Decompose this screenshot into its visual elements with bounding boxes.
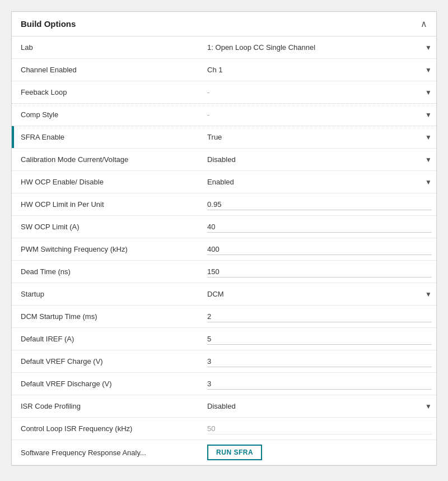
- label-control-loop-isr: Control Loop ISR Frequency (kHz): [12, 420, 203, 437]
- value-sfra-enable[interactable]: True▼: [203, 128, 436, 146]
- dropdown-arrow-icon-feedback-loop[interactable]: ▼: [425, 89, 432, 96]
- dropdown-arrow-icon-lab[interactable]: ▼: [425, 44, 432, 52]
- value-default-vref-discharge[interactable]: [203, 374, 436, 394]
- select-value-channel-enabled: Ch 1: [207, 66, 421, 74]
- panel-header: Build Options ∧: [12, 12, 436, 36]
- select-wrapper-startup[interactable]: DCM▼: [207, 290, 432, 298]
- value-dcm-startup-time[interactable]: [203, 307, 436, 327]
- input-default-vref-discharge[interactable]: [207, 378, 432, 390]
- label-default-vref-charge: Default VREF Charge (V): [12, 353, 203, 370]
- label-software-frequency: Software Frequency Response Analy...: [12, 444, 203, 461]
- label-calibration-mode: Calibration Mode Current/Voltage: [12, 151, 203, 168]
- value-feedback-loop: -▼: [203, 84, 436, 101]
- label-pwm-frequency: PWM Switching Frequency (kHz): [12, 240, 203, 258]
- label-startup: Startup: [12, 285, 203, 303]
- label-hw-ocp-limit: HW OCP Limit in Per Unit: [12, 196, 203, 213]
- label-default-vref-discharge: Default VREF Discharge (V): [12, 375, 203, 392]
- select-wrapper-isr-code-profiling[interactable]: Disabled▼: [207, 402, 432, 410]
- row-software-frequency: Software Frequency Response Analy...RUN …: [12, 440, 436, 465]
- label-isr-code-profiling: ISR Code Profiling: [12, 397, 203, 415]
- value-default-iref[interactable]: [203, 329, 436, 349]
- select-value-calibration-mode: Disabled: [207, 155, 421, 164]
- label-dead-time: Dead Time (ns): [12, 263, 203, 280]
- value-software-frequency[interactable]: RUN SFRA: [203, 440, 436, 465]
- select-value-startup: DCM: [207, 290, 421, 298]
- row-sw-ocp-limit: SW OCP Limit (A): [12, 216, 436, 238]
- value-lab[interactable]: 1: Open Loop CC Single Channel▼: [203, 39, 436, 56]
- value-hw-ocp-limit[interactable]: [203, 195, 436, 215]
- value-dead-time[interactable]: [203, 262, 436, 282]
- select-wrapper-channel-enabled[interactable]: Ch 1▼: [207, 66, 432, 74]
- select-value-lab: 1: Open Loop CC Single Channel: [207, 43, 421, 52]
- input-dcm-startup-time[interactable]: [207, 311, 432, 322]
- row-default-vref-discharge: Default VREF Discharge (V): [12, 373, 436, 395]
- label-sw-ocp-limit: SW OCP Limit (A): [12, 218, 203, 235]
- value-calibration-mode[interactable]: Disabled▼: [203, 151, 436, 168]
- select-wrapper-lab[interactable]: 1: Open Loop CC Single Channel▼: [207, 43, 432, 52]
- row-default-iref: Default IREF (A): [12, 328, 436, 350]
- input-pwm-frequency[interactable]: [207, 244, 432, 255]
- dropdown-arrow-icon-channel-enabled[interactable]: ▼: [425, 66, 432, 74]
- dropdown-arrow-icon-startup[interactable]: ▼: [425, 290, 432, 298]
- value-isr-code-profiling[interactable]: Disabled▼: [203, 397, 436, 415]
- label-lab: Lab: [12, 39, 203, 56]
- row-startup: StartupDCM▼: [12, 283, 436, 306]
- row-comp-style: Comp Style-▼: [12, 104, 436, 126]
- input-default-vref-charge[interactable]: [207, 356, 432, 367]
- input-sw-ocp-limit[interactable]: [207, 221, 432, 233]
- row-control-loop-isr: Control Loop ISR Frequency (kHz): [12, 418, 436, 440]
- value-channel-enabled[interactable]: Ch 1▼: [203, 61, 436, 78]
- input-dead-time[interactable]: [207, 266, 432, 278]
- dropdown-arrow-icon-calibration-mode[interactable]: ▼: [425, 156, 432, 164]
- dropdown-arrow-icon-isr-code-profiling[interactable]: ▼: [425, 403, 432, 410]
- value-control-loop-isr: [203, 419, 436, 439]
- collapse-icon[interactable]: ∧: [421, 18, 427, 29]
- select-value-isr-code-profiling: Disabled: [207, 402, 421, 410]
- value-comp-style: -▼: [203, 106, 436, 123]
- value-hw-ocp-enable[interactable]: Enabled▼: [203, 173, 436, 191]
- label-hw-ocp-enable: HW OCP Enable/ Disable: [12, 173, 203, 191]
- value-sw-ocp-limit[interactable]: [203, 217, 436, 237]
- value-pwm-frequency[interactable]: [203, 239, 436, 260]
- dropdown-arrow-icon-sfra-enable[interactable]: ▼: [425, 133, 432, 141]
- input-control-loop-isr: [207, 423, 432, 434]
- row-lab: Lab1: Open Loop CC Single Channel▼: [12, 36, 436, 59]
- row-isr-code-profiling: ISR Code ProfilingDisabled▼: [12, 395, 436, 418]
- select-value-hw-ocp-enable: Enabled: [207, 178, 421, 186]
- input-hw-ocp-limit[interactable]: [207, 199, 432, 210]
- label-comp-style: Comp Style: [12, 106, 203, 123]
- row-hw-ocp-enable: HW OCP Enable/ DisableEnabled▼: [12, 171, 436, 193]
- run-sfra-button[interactable]: RUN SFRA: [207, 445, 262, 460]
- rows-container: Lab1: Open Loop CC Single Channel▼Channe…: [12, 36, 436, 465]
- dropdown-arrow-icon-comp-style[interactable]: ▼: [425, 111, 432, 119]
- select-wrapper-sfra-enable[interactable]: True▼: [207, 133, 432, 141]
- row-dcm-startup-time: DCM Startup Time (ms): [12, 306, 436, 328]
- label-default-iref: Default IREF (A): [12, 330, 203, 348]
- row-hw-ocp-limit: HW OCP Limit in Per Unit: [12, 193, 436, 216]
- select-wrapper-hw-ocp-enable[interactable]: Enabled▼: [207, 178, 432, 186]
- dash-value-feedback-loop: -: [207, 88, 209, 96]
- label-sfra-enable: SFRA Enable: [12, 128, 203, 146]
- input-default-iref[interactable]: [207, 334, 432, 345]
- label-channel-enabled: Channel Enabled: [12, 61, 203, 78]
- panel-title: Build Options: [21, 19, 76, 29]
- select-value-sfra-enable: True: [207, 133, 421, 141]
- label-feedback-loop: Feeback Loop: [12, 84, 203, 101]
- build-options-panel: Build Options ∧ Lab1: Open Loop CC Singl…: [11, 11, 437, 466]
- row-calibration-mode: Calibration Mode Current/VoltageDisabled…: [12, 149, 436, 171]
- row-feedback-loop: Feeback Loop-▼: [12, 81, 436, 104]
- row-channel-enabled: Channel EnabledCh 1▼: [12, 59, 436, 81]
- value-startup[interactable]: DCM▼: [203, 285, 436, 303]
- select-wrapper-calibration-mode[interactable]: Disabled▼: [207, 155, 432, 164]
- label-dcm-startup-time: DCM Startup Time (ms): [12, 308, 203, 325]
- dash-value-comp-style: -: [207, 110, 209, 119]
- row-dead-time: Dead Time (ns): [12, 261, 436, 283]
- dropdown-arrow-icon-hw-ocp-enable[interactable]: ▼: [425, 178, 432, 186]
- row-sfra-enable: SFRA EnableTrue▼: [12, 126, 436, 149]
- value-default-vref-charge[interactable]: [203, 351, 436, 372]
- row-default-vref-charge: Default VREF Charge (V): [12, 350, 436, 373]
- row-pwm-frequency: PWM Switching Frequency (kHz): [12, 238, 436, 261]
